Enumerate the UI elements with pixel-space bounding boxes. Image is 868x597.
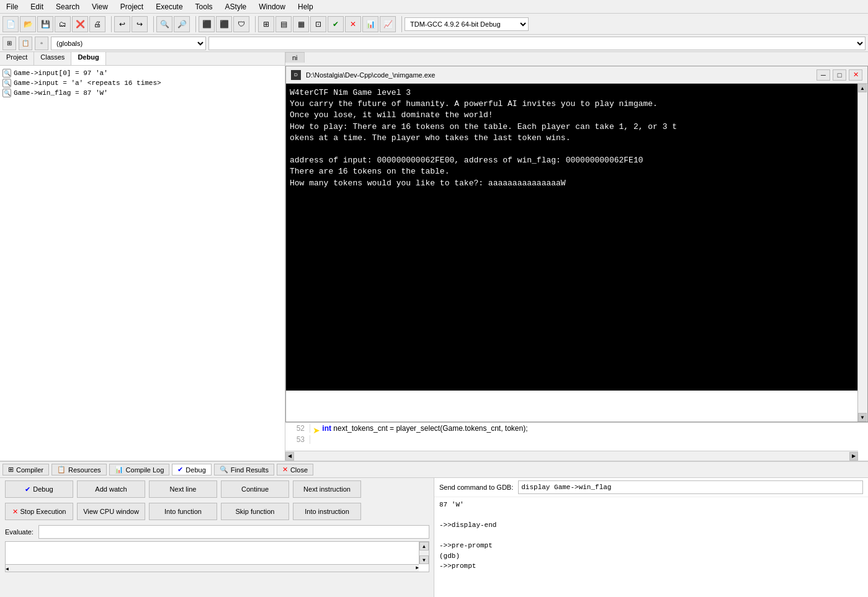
- replace-button[interactable]: 🔎: [174, 16, 190, 32]
- new-button[interactable]: 📄: [2, 16, 19, 32]
- menu-project[interactable]: Project: [117, 1, 147, 12]
- menu-astyle[interactable]: AStyle: [221, 1, 251, 12]
- tree-item-1[interactable]: 🔍 Game->input = 'a' <repeats 16 times>: [2, 78, 282, 88]
- eval-scrollbar-h[interactable]: ◀ ▶: [6, 564, 419, 572]
- save-all-button[interactable]: 🗂: [55, 16, 71, 32]
- menu-tools[interactable]: Tools: [192, 1, 217, 12]
- code-line-53: 53: [285, 434, 868, 445]
- class-select[interactable]: (globals): [51, 37, 206, 50]
- close-bottom-icon: ✕: [282, 466, 288, 474]
- check-button[interactable]: ✔: [328, 16, 344, 32]
- gdb-input[interactable]: [518, 480, 863, 494]
- tab-debug-bottom[interactable]: ✔ Debug: [172, 464, 211, 475]
- debug-left: ✔ Debug Add watch Next line Continue Nex…: [0, 478, 434, 597]
- chart-button[interactable]: 📊: [362, 16, 378, 32]
- scroll-right-btn[interactable]: ▶: [849, 452, 858, 461]
- method-select[interactable]: [208, 37, 866, 50]
- into-instruction-button[interactable]: Into instruction: [293, 503, 361, 520]
- next-line-button[interactable]: Next line: [149, 480, 217, 498]
- grid-button[interactable]: ⊞: [258, 16, 274, 32]
- find-button[interactable]: 🔍: [156, 16, 172, 32]
- tree-item-2[interactable]: 🔍 Game->win_flag = 87 'W': [2, 88, 282, 98]
- eval-scroll-down[interactable]: ▼: [419, 555, 429, 564]
- code-scrollbar-h[interactable]: ◀ ▶: [285, 451, 858, 461]
- scroll-left-btn[interactable]: ◀: [285, 452, 294, 461]
- eval-scroll-right[interactable]: ▶: [416, 565, 419, 570]
- debug-check-icon: ✔: [25, 485, 30, 493]
- terminal-close-btn[interactable]: ✕: [849, 69, 862, 81]
- open-button[interactable]: 📂: [20, 16, 36, 32]
- stop-execution-label: Stop Execution: [20, 508, 66, 515]
- eval-scroll-left[interactable]: ◀: [6, 566, 9, 572]
- into-instruction-label: Into instruction: [305, 508, 349, 515]
- tab-compiler[interactable]: ⊞ Compiler: [2, 464, 49, 475]
- gdb-line-6: ->>prompt: [439, 561, 863, 572]
- save-button[interactable]: 💾: [37, 16, 53, 32]
- tab-resources[interactable]: 📋 Resources: [51, 464, 107, 475]
- indent-button[interactable]: ⬛: [199, 16, 215, 32]
- menu-help[interactable]: Help: [294, 1, 317, 12]
- continue-label: Continue: [241, 485, 269, 493]
- evaluate-label: Evaluate:: [5, 528, 34, 536]
- print-button[interactable]: 🖨: [89, 16, 105, 32]
- menu-view[interactable]: View: [88, 1, 112, 12]
- evaluate-output: ▲ ▼ ◀ ▶: [5, 541, 429, 572]
- view-cpu-button[interactable]: View CPU window: [77, 503, 145, 520]
- find-results-label: Find Results: [231, 466, 269, 474]
- chart2-button[interactable]: 📈: [380, 16, 396, 32]
- resources-label: Resources: [68, 466, 101, 474]
- menu-search[interactable]: Search: [52, 1, 83, 12]
- class-browser-btn2[interactable]: 📋: [19, 37, 32, 50]
- scroll-down-btn[interactable]: ▼: [858, 413, 867, 422]
- terminal-line-4: okens at a time. The player who takes th…: [290, 133, 864, 144]
- terminal-maximize-btn[interactable]: □: [833, 69, 846, 81]
- next-instruction-button[interactable]: Next instruction: [293, 480, 361, 498]
- evaluate-input[interactable]: [38, 525, 429, 539]
- tab-close-bottom[interactable]: ✕ Close: [277, 464, 313, 475]
- compile-run-button[interactable]: ✕: [345, 16, 361, 32]
- scroll-up-btn[interactable]: ▲: [858, 84, 867, 92]
- terminal-line-7: There are 16 tokens on the table.: [290, 166, 864, 177]
- tree-item-0[interactable]: 🔍 Game->input[0] = 97 'a': [2, 68, 282, 78]
- terminal-minimize-btn[interactable]: ─: [817, 69, 830, 81]
- editor-tab[interactable]: ni: [285, 52, 305, 63]
- eval-scrollbar-v[interactable]: ▲ ▼: [419, 542, 429, 564]
- menu-execute[interactable]: Execute: [152, 1, 186, 12]
- menu-file[interactable]: File: [2, 1, 22, 12]
- into-function-button[interactable]: Into function: [149, 503, 217, 520]
- class-browser-btn3[interactable]: ▫: [35, 37, 48, 50]
- terminal-window: D D:\Nostalgia\Dev-Cpp\code_\nimgame.exe…: [285, 66, 868, 422]
- layout1-button[interactable]: ▤: [275, 16, 292, 32]
- layout2-button[interactable]: ▦: [293, 16, 309, 32]
- tab-project[interactable]: Project: [0, 52, 34, 65]
- continue-button[interactable]: Continue: [221, 480, 289, 498]
- layout3-button[interactable]: ⊡: [310, 16, 326, 32]
- menu-window[interactable]: Window: [255, 1, 289, 12]
- terminal-body: W4terCTF Nim Game level 3 You carry the …: [286, 84, 867, 391]
- tab-find-results[interactable]: 🔍 Find Results: [214, 464, 274, 475]
- add-watch-button[interactable]: Add watch: [77, 480, 145, 498]
- gdb-line-0: 87 'W': [439, 500, 863, 510]
- redo-button[interactable]: ↪: [132, 16, 148, 32]
- add-watch-label: Add watch: [95, 485, 127, 493]
- gdb-line-4: ->>pre-prompt: [439, 541, 863, 551]
- tab-compile-log[interactable]: 📊 Compile Log: [109, 464, 170, 475]
- tab-debug[interactable]: Debug: [71, 52, 105, 65]
- stop-execution-button[interactable]: ✕ Stop Execution: [5, 503, 73, 520]
- compiler-select[interactable]: TDM-GCC 4.9.2 64-bit Debug: [405, 17, 529, 31]
- toggle-button[interactable]: 🛡: [233, 16, 249, 32]
- class-browser-btn1[interactable]: ⊞: [2, 37, 16, 50]
- separator-5: [398, 16, 402, 32]
- tab-classes[interactable]: Classes: [34, 52, 71, 65]
- bottom-tab-bar: ⊞ Compiler 📋 Resources 📊 Compile Log ✔ D…: [0, 462, 868, 478]
- menu-edit[interactable]: Edit: [27, 1, 47, 12]
- skip-function-button[interactable]: Skip function: [221, 503, 289, 520]
- terminal-scrollbar-v[interactable]: ▲ ▼: [857, 84, 867, 422]
- undo-button[interactable]: ↩: [114, 16, 130, 32]
- gdb-output: 87 'W' ->>display-end ->>pre-prompt (gdb…: [434, 497, 868, 597]
- debug-button[interactable]: ✔ Debug: [5, 480, 73, 498]
- eval-scroll-up[interactable]: ▲: [419, 542, 429, 551]
- unindent-button[interactable]: ⬛: [216, 16, 232, 32]
- close-button[interactable]: ❌: [72, 16, 88, 32]
- compile-log-icon: 📊: [115, 466, 123, 474]
